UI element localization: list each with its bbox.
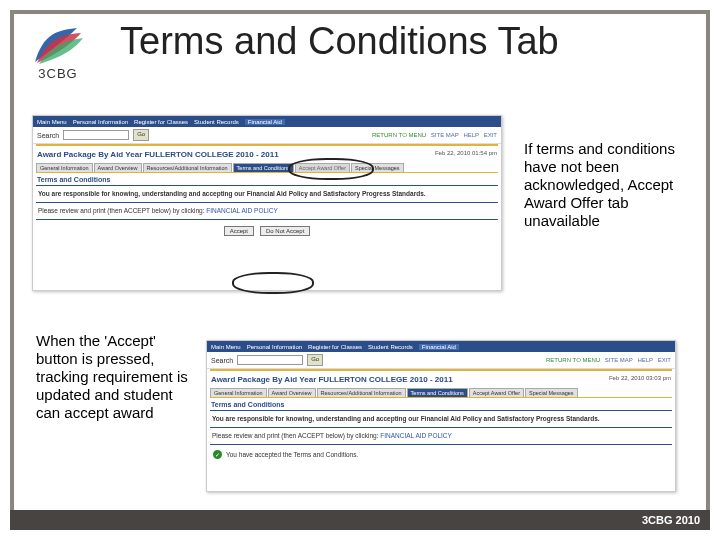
responsible-text: You are responsible for knowing, underst… bbox=[33, 187, 501, 201]
exit-link[interactable]: EXIT bbox=[484, 132, 497, 138]
tab-resources[interactable]: Resources/Additional Information bbox=[143, 163, 232, 172]
help-link[interactable]: HELP bbox=[637, 357, 653, 363]
nav-item[interactable]: Personal Information bbox=[73, 119, 128, 125]
exit-link[interactable]: EXIT bbox=[658, 357, 671, 363]
logo: 3CBG bbox=[14, 14, 102, 92]
divider bbox=[36, 185, 498, 186]
timestamp: Feb 22, 2010 03:03 pm bbox=[609, 375, 671, 381]
section-heading: Terms and Conditions bbox=[33, 173, 501, 184]
screenshot-before: Main Menu Personal Information Register … bbox=[32, 115, 502, 291]
do-not-accept-button[interactable]: Do Not Accept bbox=[260, 226, 310, 236]
return-menu-link[interactable]: RETURN TO MENU bbox=[372, 132, 426, 138]
timestamp: Feb 22, 2010 01:54 pm bbox=[435, 150, 497, 156]
divider bbox=[210, 444, 672, 445]
tab-resources[interactable]: Resources/Additional Information bbox=[317, 388, 406, 397]
check-icon: ✓ bbox=[213, 450, 222, 459]
callout-right: If terms and conditions have not been ac… bbox=[524, 140, 694, 230]
accepted-text: You have accepted the Terms and Conditio… bbox=[226, 451, 358, 458]
nav-item[interactable]: Register for Classes bbox=[308, 344, 362, 350]
review-print-text: Please review and print (then ACCEPT bel… bbox=[33, 204, 501, 218]
go-button[interactable]: Go bbox=[307, 354, 323, 366]
search-input[interactable] bbox=[63, 130, 129, 140]
go-button[interactable]: Go bbox=[133, 129, 149, 141]
screenshot-after: Main Menu Personal Information Register … bbox=[206, 340, 676, 492]
help-link[interactable]: HELP bbox=[463, 132, 479, 138]
search-label: Search bbox=[211, 357, 233, 364]
logo-text: 3CBG bbox=[38, 66, 77, 81]
package-title-text: Award Package By Aid Year FULLERTON COLL… bbox=[37, 150, 279, 159]
section-heading: Terms and Conditions bbox=[207, 398, 675, 409]
nav-item[interactable]: Financial Aid bbox=[419, 344, 459, 350]
accept-button[interactable]: Accept bbox=[224, 226, 254, 236]
nav-item[interactable]: Student Records bbox=[194, 119, 239, 125]
divider bbox=[210, 427, 672, 428]
package-title: Award Package By Aid Year FULLERTON COLL… bbox=[33, 146, 501, 161]
site-map-link[interactable]: SITE MAP bbox=[605, 357, 633, 363]
divider bbox=[36, 219, 498, 220]
search-row: Search Go RETURN TO MENU SITE MAP HELP E… bbox=[207, 352, 675, 369]
review-print-label: Please review and print (then ACCEPT bel… bbox=[38, 207, 204, 214]
nav-item[interactable]: Main Menu bbox=[37, 119, 67, 125]
review-print-text: Please review and print (then ACCEPT bel… bbox=[207, 429, 675, 443]
nav-item[interactable]: Register for Classes bbox=[134, 119, 188, 125]
package-title: Award Package By Aid Year FULLERTON COLL… bbox=[207, 371, 675, 386]
tab-bar: General Information Award Overview Resou… bbox=[33, 161, 501, 172]
policy-link[interactable]: FINANCIAL AID POLICY bbox=[380, 432, 452, 439]
tab-messages[interactable]: Special Messages bbox=[525, 388, 578, 397]
nav-item[interactable]: Student Records bbox=[368, 344, 413, 350]
util-links: RETURN TO MENU SITE MAP HELP EXIT bbox=[372, 132, 497, 138]
action-buttons: Accept Do Not Accept bbox=[33, 221, 501, 240]
accepted-confirmation: ✓ You have accepted the Terms and Condit… bbox=[207, 446, 675, 463]
tab-accept-offer[interactable]: Accept Award Offer bbox=[469, 388, 524, 397]
divider bbox=[36, 202, 498, 203]
top-nav: Main Menu Personal Information Register … bbox=[207, 341, 675, 352]
slide-title: Terms and Conditions Tab bbox=[120, 20, 559, 63]
util-links: RETURN TO MENU SITE MAP HELP EXIT bbox=[546, 357, 671, 363]
responsible-text: You are responsible for knowing, underst… bbox=[207, 412, 675, 426]
slide-footer: 3CBG 2010 bbox=[10, 510, 710, 530]
top-nav: Main Menu Personal Information Register … bbox=[33, 116, 501, 127]
policy-link[interactable]: FINANCIAL AID POLICY bbox=[206, 207, 278, 214]
search-row: Search Go RETURN TO MENU SITE MAP HELP E… bbox=[33, 127, 501, 144]
tab-general[interactable]: General Information bbox=[210, 388, 267, 397]
search-label: Search bbox=[37, 132, 59, 139]
tab-terms[interactable]: Terms and Conditions bbox=[407, 388, 468, 397]
tab-general[interactable]: General Information bbox=[36, 163, 93, 172]
return-menu-link[interactable]: RETURN TO MENU bbox=[546, 357, 600, 363]
tab-accept-offer: Accept Award Offer bbox=[295, 163, 350, 172]
tab-overview[interactable]: Award Overview bbox=[268, 388, 316, 397]
tab-overview[interactable]: Award Overview bbox=[94, 163, 142, 172]
nav-item[interactable]: Financial Aid bbox=[245, 119, 285, 125]
tab-terms[interactable]: Terms and Conditions bbox=[233, 163, 294, 172]
package-title-text: Award Package By Aid Year FULLERTON COLL… bbox=[211, 375, 453, 384]
review-print-label: Please review and print (then ACCEPT bel… bbox=[212, 432, 378, 439]
divider bbox=[210, 410, 672, 411]
callout-left: When the 'Accept' button is pressed, tra… bbox=[36, 332, 194, 422]
tab-messages[interactable]: Special Messages bbox=[351, 163, 404, 172]
nav-item[interactable]: Personal Information bbox=[247, 344, 302, 350]
site-map-link[interactable]: SITE MAP bbox=[431, 132, 459, 138]
nav-item[interactable]: Main Menu bbox=[211, 344, 241, 350]
ribbon-icon bbox=[31, 26, 85, 66]
tab-bar: General Information Award Overview Resou… bbox=[207, 386, 675, 397]
search-input[interactable] bbox=[237, 355, 303, 365]
